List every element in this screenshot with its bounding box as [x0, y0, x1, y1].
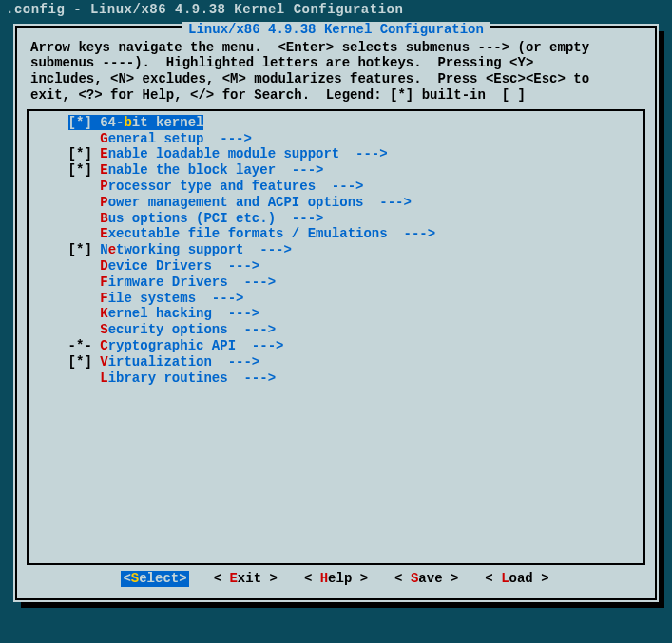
menu-item[interactable]: Processor type and features ---> [36, 179, 636, 195]
menu-label: Cryptographic API [100, 338, 236, 353]
button-row: <Select>< Exit >< Help >< Save >< Load > [27, 565, 645, 591]
submenu-arrow: ---> [228, 274, 276, 290]
menu-item[interactable]: General setup ---> [36, 131, 636, 147]
menu-item[interactable]: Kernel hacking ---> [36, 306, 636, 322]
menu-item[interactable]: Executable file formats / Emulations ---… [36, 226, 636, 242]
menu-label: Executable file formats / Emulations [100, 226, 387, 241]
menu-label: Processor type and features [100, 179, 316, 194]
menu-item[interactable]: -*- Cryptographic API ---> [36, 338, 636, 354]
submenu-arrow: ---> [276, 211, 323, 226]
menu-item[interactable]: Bus options (PCI etc.) ---> [36, 211, 636, 227]
menu-label: Power management and ACPI options [100, 195, 363, 210]
help-button[interactable]: < Help > [302, 571, 370, 587]
menu-item[interactable]: [*] Enable loadable module support ---> [36, 146, 636, 162]
menu-label: Enable loadable module support [100, 146, 339, 161]
help-text: Arrow keys navigate the menu. <Enter> se… [27, 40, 645, 109]
submenu-arrow: ---> [243, 242, 291, 257]
menu-item[interactable]: [*] Virtualization ---> [36, 354, 636, 370]
menu-marker [36, 291, 100, 306]
menu-label: Enable the block layer [100, 162, 276, 178]
submenu-arrow: ---> [363, 195, 411, 210]
submenu-arrow: ---> [212, 354, 259, 369]
submenu-arrow: ---> [316, 179, 363, 194]
menu-marker: [*] [36, 162, 100, 178]
menu-marker [36, 131, 100, 146]
menu-item[interactable]: [*] 64-bit kernel [36, 115, 203, 131]
load-button[interactable]: < Load > [483, 571, 550, 587]
submenu-arrow: ---> [196, 291, 243, 306]
menu-label: File systems [100, 291, 196, 306]
select-button[interactable]: <Select> [121, 571, 188, 587]
save-button[interactable]: < Save > [393, 571, 460, 587]
menu-item[interactable]: Power management and ACPI options ---> [36, 195, 636, 211]
submenu-arrow: ---> [276, 162, 323, 178]
submenu-arrow: ---> [212, 306, 259, 321]
submenu-arrow: ---> [212, 258, 259, 274]
menu-label: Device Drivers [100, 258, 212, 274]
menu-label: Security options [100, 322, 227, 337]
menu-label: Networking support [100, 242, 243, 257]
submenu-arrow: ---> [203, 131, 251, 146]
menu-marker: -*- [36, 338, 100, 353]
menu-marker [36, 195, 100, 210]
menu-marker [36, 179, 100, 194]
menu-label: Library routines [100, 370, 227, 386]
dialog-window: Linux/x86 4.9.38 Kernel Configuration Ar… [13, 24, 659, 602]
submenu-arrow: ---> [236, 338, 283, 353]
shadow [659, 31, 664, 608]
menu-item[interactable]: File systems ---> [36, 291, 636, 307]
menu-label: General setup [100, 131, 203, 146]
menu-label: Kernel hacking [100, 306, 212, 321]
menu-marker [36, 258, 100, 274]
dialog-title: Linux/x86 4.9.38 Kernel Configuration [27, 22, 645, 38]
submenu-arrow: ---> [339, 146, 387, 161]
menu-marker [36, 306, 100, 321]
submenu-arrow: ---> [388, 226, 435, 241]
menu-marker [36, 322, 100, 337]
menu-item[interactable]: [*] Enable the block layer ---> [36, 162, 636, 179]
menu-marker: [*] [36, 242, 100, 257]
menu-marker: [*] [36, 354, 100, 369]
menu-label: Virtualization [100, 354, 212, 369]
menu-marker [36, 211, 100, 226]
menu-label: Bus options (PCI etc.) [100, 211, 276, 226]
shadow [21, 602, 664, 608]
menu-label: Firmware Drivers [100, 274, 227, 290]
menu-item[interactable]: Library routines ---> [36, 370, 636, 387]
menu-marker [36, 370, 100, 386]
menu-marker [36, 226, 100, 241]
submenu-arrow: ---> [228, 370, 276, 386]
menu-marker: [*] [36, 146, 100, 161]
window-title: .config - Linux/x86 4.9.38 Kernel Config… [0, 0, 672, 20]
submenu-arrow: ---> [228, 322, 276, 337]
menu-item[interactable]: Firmware Drivers ---> [36, 274, 636, 291]
menu-box: [*] 64-bit kernel General setup ---> [*]… [27, 109, 645, 565]
menu-item[interactable]: Device Drivers ---> [36, 258, 636, 274]
menu-item[interactable]: Security options ---> [36, 322, 636, 338]
menu-marker [36, 274, 100, 290]
exit-button[interactable]: < Exit > [212, 571, 279, 587]
menu-item[interactable]: [*] Networking support ---> [36, 242, 636, 258]
